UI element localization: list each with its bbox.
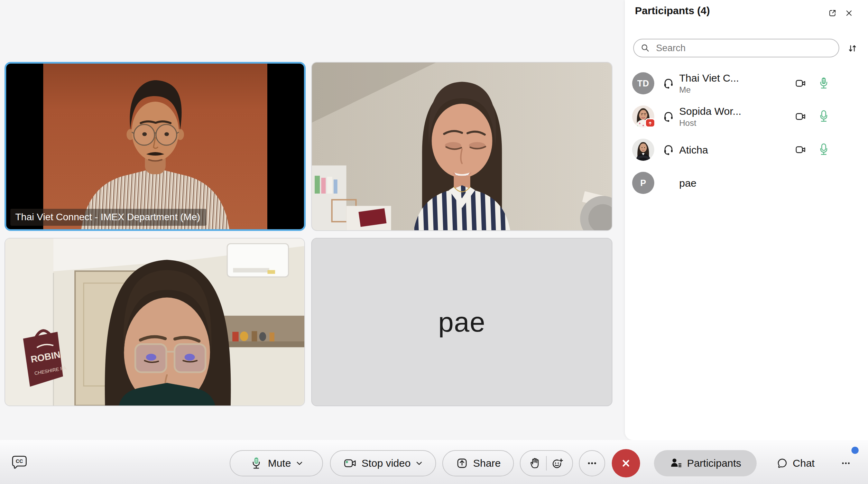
participant-name: Sopida Wor...	[679, 105, 741, 117]
camera-on-icon	[794, 77, 807, 90]
notification-dot	[851, 447, 859, 454]
headset-icon	[662, 143, 675, 156]
chat-toggle-button[interactable]: Chat	[768, 450, 822, 476]
video-tile-self[interactable]: Thai Viet Connect - IMEX Department (Me)	[4, 62, 306, 231]
camera-on-icon	[794, 143, 807, 156]
participants-panel: Participants (4)	[625, 0, 868, 440]
more-options-button[interactable]	[579, 450, 605, 476]
share-button[interactable]: Share	[442, 450, 514, 476]
search-icon	[639, 42, 651, 54]
leave-meeting-button[interactable]	[612, 449, 640, 477]
mute-button[interactable]: Mute	[230, 450, 323, 476]
stop-video-button[interactable]: Stop video	[330, 450, 436, 476]
meeting-window: Thai Viet Connect - IMEX Department (Me)	[0, 0, 868, 484]
popout-panel-button[interactable]	[825, 6, 839, 20]
participant-row-aticha[interactable]: Aticha	[625, 133, 868, 166]
share-icon	[455, 457, 469, 470]
participant-name: Thai Viet C...	[679, 72, 739, 84]
video-tile-sopida[interactable]	[311, 62, 612, 231]
chat-label: Chat	[793, 457, 814, 469]
more-panels-button[interactable]	[833, 450, 859, 476]
participant-name: Aticha	[679, 144, 708, 156]
closed-captions-button[interactable]: CC	[9, 452, 30, 472]
svg-text:CC: CC	[16, 458, 23, 464]
stop-video-label: Stop video	[362, 457, 411, 469]
sopida-video-illustration	[312, 63, 612, 230]
participant-row-pae[interactable]: P pae	[625, 166, 868, 199]
participant-row-thai-viet[interactable]: TD Thai Viet C... Me	[625, 67, 868, 100]
arrow-up-icon	[648, 121, 653, 125]
add-reaction-icon[interactable]	[551, 457, 564, 470]
participants-toggle-button[interactable]: Participants	[654, 450, 757, 476]
sort-arrows-icon	[847, 42, 858, 55]
sort-participants-button[interactable]	[845, 41, 860, 56]
avatar: P	[632, 172, 654, 194]
popout-icon	[828, 7, 837, 19]
tile-display-name: pae	[438, 306, 485, 338]
video-tile-aticha[interactable]: ROBIN CHESHIRE PA	[4, 238, 305, 406]
chat-bubble-icon	[776, 457, 788, 469]
aticha-video-illustration: ROBIN CHESHIRE PA	[5, 239, 304, 406]
close-icon	[844, 7, 854, 19]
participant-name: pae	[679, 177, 696, 189]
divider	[546, 456, 547, 471]
chevron-down-icon[interactable]	[295, 459, 304, 467]
participants-icon	[670, 457, 683, 470]
self-video-illustration	[43, 64, 267, 229]
self-video	[43, 64, 267, 229]
participant-row-sopida[interactable]: Sopida Wor... Host	[625, 100, 868, 133]
search-input[interactable]	[655, 43, 833, 54]
participant-search[interactable]	[633, 39, 839, 57]
video-tile-pae[interactable]: pae	[311, 238, 612, 406]
more-icon	[585, 457, 599, 470]
reactions-group	[520, 450, 573, 476]
more-icon	[840, 457, 852, 469]
close-panel-button[interactable]	[842, 6, 856, 20]
chevron-down-icon[interactable]	[415, 459, 423, 467]
control-bar: CC Mute	[0, 440, 868, 484]
mute-label: Mute	[268, 457, 291, 469]
video-camera-icon	[343, 456, 357, 471]
cc-icon: CC	[11, 452, 28, 472]
headset-icon	[662, 110, 675, 123]
leave-x-icon	[619, 457, 632, 470]
participant-role: Me	[679, 85, 739, 95]
panel-title: Participants (4)	[635, 5, 710, 17]
mic-active-icon[interactable]	[816, 76, 831, 91]
aticha-avatar-photo	[632, 139, 654, 161]
mic-unmuted-icon[interactable]	[816, 142, 831, 157]
presenter-badge	[645, 118, 655, 128]
mic-icon	[249, 456, 264, 471]
share-label: Share	[473, 457, 501, 469]
avatar	[632, 139, 654, 161]
participants-label: Participants	[687, 457, 741, 469]
raise-hand-icon[interactable]	[528, 457, 542, 470]
participant-role: Host	[679, 118, 741, 128]
headset-icon	[662, 77, 675, 90]
mic-unmuted-icon[interactable]	[816, 109, 831, 124]
camera-on-icon	[794, 110, 807, 123]
tile-name-label: Thai Viet Connect - IMEX Department (Me)	[10, 209, 206, 226]
avatar: TD	[632, 72, 654, 94]
participants-list: TD Thai Viet C... Me	[625, 67, 868, 199]
